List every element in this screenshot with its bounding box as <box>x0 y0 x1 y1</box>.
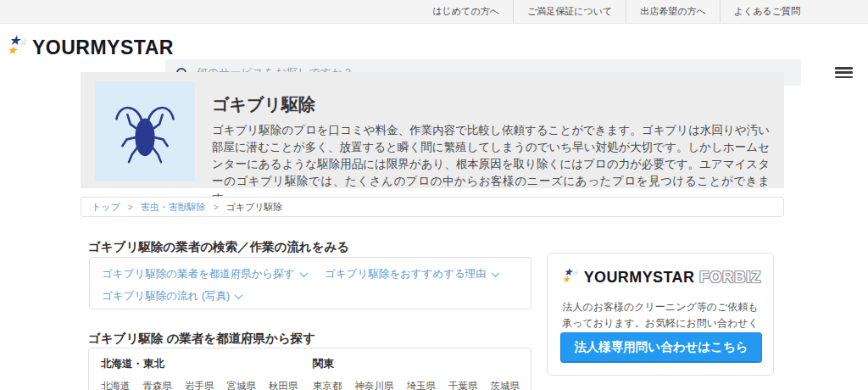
prefecture-link[interactable]: 秋田県 <box>269 380 298 390</box>
prefecture-link[interactable]: 茨城県 <box>491 380 520 390</box>
prefecture-link[interactable]: 青森県 <box>143 380 173 390</box>
prefecture-list: 北海道 青森県 岩手県 宮城県 秋田県 <box>101 380 313 390</box>
prefecture-group-name: 関東 <box>313 357 520 371</box>
star-logo-icon <box>7 34 30 62</box>
prefecture-list: 東京都 神奈川県 埼玉県 千葉県 茨城県 <box>313 380 520 390</box>
utility-nav: はじめての方へ ご満足保証について 出店希望の方へ よくあるご質問 <box>0 0 868 24</box>
flow-link-work-flow-photos[interactable]: ゴキブリ駆除の流れ (写真) <box>102 289 325 304</box>
prefecture-link[interactable]: 北海道 <box>101 380 131 390</box>
chevron-down-icon <box>299 269 308 277</box>
flow-section-heading: ゴキブリ駆除の業者の検索／作業の流れをみる <box>88 239 349 255</box>
prefecture-group-hokkaido-tohoku: 北海道・東北 北海道 青森県 岩手県 宮城県 秋田県 <box>101 357 313 390</box>
chevron-down-icon <box>491 269 499 277</box>
cockroach-icon <box>95 81 195 181</box>
breadcrumb-separator: > <box>214 203 219 212</box>
prefecture-link[interactable]: 埼玉県 <box>407 380 437 390</box>
nav-first-time-link[interactable]: はじめての方へ <box>419 0 513 23</box>
prefecture-link[interactable]: 東京都 <box>313 380 342 390</box>
prefecture-group-kanto: 関東 東京都 神奈川県 埼玉県 千葉県 茨城県 <box>313 357 520 390</box>
breadcrumb-pest-category-link[interactable]: 害虫・害獣駆除 <box>141 201 206 214</box>
prefecture-section-heading: ゴキブリ駆除 の業者を都道府県から探す <box>88 331 315 347</box>
prefecture-link[interactable]: 千葉県 <box>448 380 478 390</box>
breadcrumb-separator: > <box>128 203 133 212</box>
forbiz-brand-suffix: FORBIZ <box>699 269 761 287</box>
yourmystar-logo[interactable]: YOURMYSTAR <box>7 34 174 62</box>
forbiz-brand-name: YOURMYSTAR <box>584 269 695 287</box>
prefecture-link[interactable]: 岩手県 <box>185 380 214 390</box>
service-description: ゴキブリ駆除のプロを口コミや料金、作業内容で比較し依頼することができます。ゴキブ… <box>212 122 770 207</box>
page-title: ゴキブリ駆除 <box>212 93 315 116</box>
flow-link-label: ゴキブリ駆除の流れ (写真) <box>102 289 230 304</box>
hero-banner: ゴキブリ駆除 ゴキブリ駆除のプロを口コミや料金、作業内容で比較し依頼することがで… <box>81 72 784 188</box>
flow-link-label: ゴキブリ駆除をおすすめする理由 <box>325 267 487 281</box>
chevron-down-icon <box>235 291 243 299</box>
prefecture-group-name: 北海道・東北 <box>101 357 313 371</box>
flow-link-search-by-prefecture[interactable]: ゴキブリ駆除の業者を都道府県から探す <box>102 267 325 281</box>
prefecture-link[interactable]: 神奈川県 <box>355 380 394 390</box>
star-logo-icon <box>562 267 580 289</box>
flow-links-box: ゴキブリ駆除の業者を都道府県から探す ゴキブリ駆除をおすすめする理由 ゴキブリ駆… <box>89 257 531 309</box>
prefecture-box: 北海道・東北 北海道 青森県 岩手県 宮城県 秋田県 関東 東京都 神奈川県 埼… <box>88 348 531 390</box>
hamburger-menu-icon[interactable] <box>835 67 853 78</box>
nav-satisfaction-guarantee-link[interactable]: ご満足保証について <box>513 0 626 23</box>
nav-faq-link[interactable]: よくあるご質問 <box>720 0 814 23</box>
breadcrumb-top-link[interactable]: トップ <box>92 201 120 214</box>
nav-open-store-link[interactable]: 出店希望の方へ <box>626 0 720 23</box>
breadcrumb: トップ > 害虫・害獣駆除 > ゴキブリ駆除 <box>81 197 784 217</box>
flow-link-why-recommend[interactable]: ゴキブリ駆除をおすすめする理由 <box>325 267 519 281</box>
breadcrumb-current: ゴキブリ駆除 <box>225 201 282 214</box>
forbiz-card: YOURMYSTAR FORBIZ 法人のお客様のクリーニング等のご依頼も承って… <box>547 253 774 376</box>
corporate-contact-button[interactable]: 法人様専用問い合わせはこちら <box>560 332 762 363</box>
prefecture-link[interactable]: 宮城県 <box>227 380 257 390</box>
brand-name: YOURMYSTAR <box>32 36 174 59</box>
flow-link-label: ゴキブリ駆除の業者を都道府県から探す <box>102 267 295 281</box>
site-header: YOURMYSTAR <box>0 24 868 72</box>
forbiz-logo: YOURMYSTAR FORBIZ <box>548 264 773 292</box>
